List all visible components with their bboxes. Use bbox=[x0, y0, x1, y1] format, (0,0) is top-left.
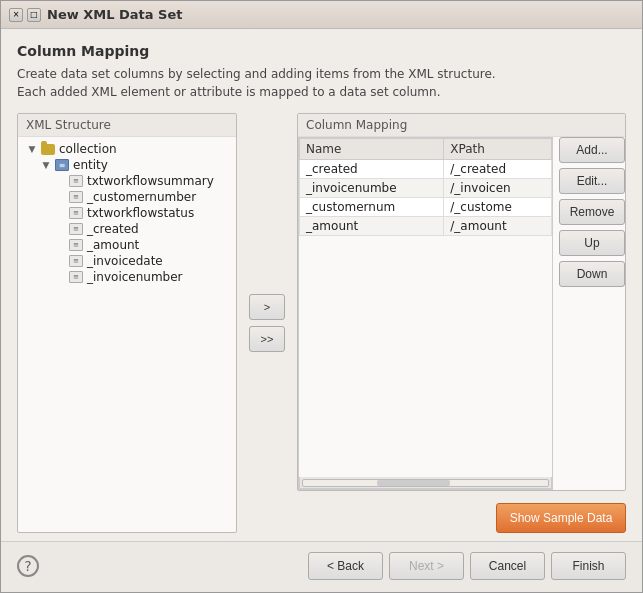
up-button[interactable]: Up bbox=[559, 230, 625, 256]
tree-item-collection[interactable]: ▼ collection bbox=[18, 141, 236, 157]
spacer2 bbox=[54, 191, 66, 203]
close-button[interactable]: × bbox=[9, 8, 23, 22]
toggle-entity: ▼ bbox=[40, 159, 52, 171]
side-buttons: Add... Edit... Remove Up Down bbox=[559, 137, 625, 490]
cell-xpath-0: /_created bbox=[444, 160, 552, 179]
table-row[interactable]: _invoicenumbe /_invoicen bbox=[300, 179, 552, 198]
tree-label-amount: _amount bbox=[87, 238, 139, 252]
tree-item-txtworkflowsummary[interactable]: txtworkflowsummary bbox=[18, 173, 236, 189]
col-header-xpath: XPath bbox=[444, 139, 552, 160]
cell-name-3: _amount bbox=[300, 217, 444, 236]
bottom-bar: ? < Back Next > Cancel Finish bbox=[1, 541, 642, 592]
tree-item-customernumber[interactable]: _customernumber bbox=[18, 189, 236, 205]
tree-label-txtworkflowstatus: txtworkflowstatus bbox=[87, 206, 194, 220]
tree-label-customernumber: _customernumber bbox=[87, 190, 196, 204]
xml-tree: ▼ collection ▼ entity bbox=[18, 137, 236, 532]
help-button[interactable]: ? bbox=[17, 555, 39, 577]
cell-xpath-3: /_amount bbox=[444, 217, 552, 236]
spacer3 bbox=[54, 207, 66, 219]
table-row[interactable]: _amount /_amount bbox=[300, 217, 552, 236]
tree-item-txtworkflowstatus[interactable]: txtworkflowstatus bbox=[18, 205, 236, 221]
field-icon-3 bbox=[68, 206, 84, 220]
desc-line1: Create data set columns by selecting and… bbox=[17, 67, 496, 81]
field-icon-7 bbox=[68, 270, 84, 284]
show-sample-button[interactable]: Show Sample Data bbox=[496, 503, 626, 533]
restore-button[interactable]: □ bbox=[27, 8, 41, 22]
tree-item-created[interactable]: _created bbox=[18, 221, 236, 237]
transfer-buttons: > >> bbox=[245, 113, 289, 533]
mapping-table: Name XPath _created /_created bbox=[299, 138, 552, 236]
tree-item-amount[interactable]: _amount bbox=[18, 237, 236, 253]
col-header-name: Name bbox=[300, 139, 444, 160]
cell-xpath-1: /_invoicen bbox=[444, 179, 552, 198]
folder-icon bbox=[40, 142, 56, 156]
title-bar: × □ New XML Data Set bbox=[1, 1, 642, 29]
mapping-table-wrapper: Name XPath _created /_created bbox=[298, 137, 553, 490]
next-button[interactable]: Next > bbox=[389, 552, 464, 580]
panels-area: XML Structure ▼ collection ▼ bbox=[17, 113, 626, 533]
window-controls: × □ bbox=[9, 8, 41, 22]
tree-label-created: _created bbox=[87, 222, 139, 236]
field-icon-6 bbox=[68, 254, 84, 268]
tree-label-invoicedate: _invoicedate bbox=[87, 254, 163, 268]
table-row[interactable]: _customernum /_custome bbox=[300, 198, 552, 217]
main-content: Column Mapping Create data set columns b… bbox=[1, 29, 642, 533]
tree-label-collection: collection bbox=[59, 142, 117, 156]
tree-label-entity: entity bbox=[73, 158, 108, 172]
window: × □ New XML Data Set Column Mapping Crea… bbox=[0, 0, 643, 593]
description: Create data set columns by selecting and… bbox=[17, 65, 626, 101]
scrollbar-track bbox=[302, 479, 549, 487]
remove-button[interactable]: Remove bbox=[559, 199, 625, 225]
mapping-row-area: Name XPath _created /_created bbox=[298, 137, 625, 490]
table-scroll[interactable]: Name XPath _created /_created bbox=[299, 138, 552, 477]
cell-xpath-2: /_custome bbox=[444, 198, 552, 217]
cell-name-1: _invoicenumbe bbox=[300, 179, 444, 198]
toggle-collection: ▼ bbox=[26, 143, 38, 155]
table-row[interactable]: _created /_created bbox=[300, 160, 552, 179]
tree-label-txtworkflowsummary: txtworkflowsummary bbox=[87, 174, 214, 188]
window-title: New XML Data Set bbox=[47, 7, 634, 22]
spacer6 bbox=[54, 255, 66, 267]
scrollbar-thumb bbox=[377, 480, 451, 486]
down-button[interactable]: Down bbox=[559, 261, 625, 287]
finish-button[interactable]: Finish bbox=[551, 552, 626, 580]
xml-panel-header: XML Structure bbox=[18, 114, 236, 137]
tree-item-invoicenumber[interactable]: _invoicenumber bbox=[18, 269, 236, 285]
mapping-panel: Column Mapping Name XPath bbox=[297, 113, 626, 491]
cell-name-0: _created bbox=[300, 160, 444, 179]
field-icon-1 bbox=[68, 174, 84, 188]
spacer5 bbox=[54, 239, 66, 251]
back-button[interactable]: < Back bbox=[308, 552, 383, 580]
entity-icon bbox=[54, 158, 70, 172]
add-one-button[interactable]: > bbox=[249, 294, 285, 320]
tree-item-invoicedate[interactable]: _invoicedate bbox=[18, 253, 236, 269]
horizontal-scrollbar[interactable] bbox=[299, 477, 552, 489]
mapping-panel-header: Column Mapping bbox=[298, 114, 625, 137]
spacer7 bbox=[54, 271, 66, 283]
field-icon-5 bbox=[68, 238, 84, 252]
navigation-buttons: < Back Next > Cancel Finish bbox=[308, 552, 626, 580]
field-icon-2 bbox=[68, 190, 84, 204]
tree-item-entity[interactable]: ▼ entity bbox=[18, 157, 236, 173]
edit-button[interactable]: Edit... bbox=[559, 168, 625, 194]
desc-line2: Each added XML element or attribute is m… bbox=[17, 85, 440, 99]
cancel-button[interactable]: Cancel bbox=[470, 552, 545, 580]
column-mapping-area: Column Mapping Name XPath bbox=[297, 113, 626, 533]
xml-structure-panel: XML Structure ▼ collection ▼ bbox=[17, 113, 237, 533]
section-title: Column Mapping bbox=[17, 43, 626, 59]
spacer4 bbox=[54, 223, 66, 235]
add-button[interactable]: Add... bbox=[559, 137, 625, 163]
field-icon-4 bbox=[68, 222, 84, 236]
add-all-button[interactable]: >> bbox=[249, 326, 285, 352]
cell-name-2: _customernum bbox=[300, 198, 444, 217]
spacer1 bbox=[54, 175, 66, 187]
tree-label-invoicenumber: _invoicenumber bbox=[87, 270, 183, 284]
